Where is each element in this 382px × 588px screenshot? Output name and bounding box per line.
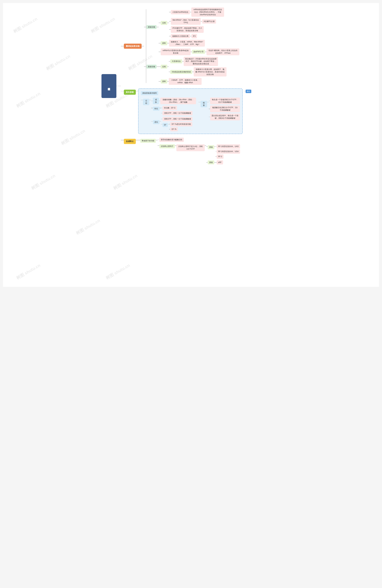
main-bracket-svg: [116, 7, 121, 165]
transloc-item-1: 转位酶：EF-G: [161, 106, 177, 110]
erf-node: eRF: [217, 160, 223, 165]
entry-branch: 进位: [151, 117, 192, 131]
level1-elongation-node: 延长肽链: [124, 90, 136, 95]
euk-48s: mRNA与小亚基结合形成48s起始复合物 由eIF4F介导 结合5'-帽结构，结…: [159, 48, 239, 55]
process-node-2: 过程: [161, 65, 167, 69]
energy-node-2: 氨基酸活化消耗1分子GTP、2分子高能磷酸键: [210, 105, 240, 112]
proc-detail-1: mRNA的起始密码子前有核糖体结合位点（RBS序列/S-D序列），可被16srR…: [191, 7, 224, 17]
translocation-branch: 转位 转位酶：EF-G: [151, 106, 192, 115]
same-label: 真核原核基本相同: [141, 91, 158, 95]
elongation-dashed-box: 真核原核基本相同 过程: [138, 88, 243, 134]
transloc-node-2: 消耗GTP，消耗一分子高能磷酸键: [163, 111, 192, 115]
euk-large-sub: 过程 大亚基结合: [159, 57, 227, 77]
ef-node: EF: [163, 123, 168, 127]
48s-node: mRNA与小亚基结合形成48s起始复合物: [161, 48, 191, 55]
large-sub-item: 大亚基结合 复合物从5'→3'扫描mRNA并定位起始密码子，随后GTP水解，起始…: [169, 57, 227, 66]
section-termination: 合成终止 释放因子的功能: [121, 138, 240, 165]
init-bracket-svg: [144, 7, 146, 85]
guide-node: 由eIF4F介导: [192, 50, 205, 54]
ef-tu-item: EF-Tu进位时有校读功能: [169, 122, 192, 126]
eukaryote-release-node: 真核: [208, 160, 214, 165]
release-factor-node: 释放因子的功能: [140, 139, 156, 143]
guide-detail: 结合5'-帽结构，结合小亚基上结合的起始因子、ATPase: [207, 48, 239, 55]
proc-detail-4: IF3: [191, 34, 197, 38]
level1-termination-node: 合成终止: [124, 139, 136, 144]
proc-detail-2: A位被IF1占据: [202, 19, 216, 24]
energy-branch: 能量 每生成一个肽键消耗2分子GTP、2分子高能磷酸键: [198, 98, 240, 120]
summary-node: 概括: [246, 90, 251, 93]
erf-item: eRF: [215, 160, 223, 165]
level1-translation-node: 翻译起始复合物: [124, 44, 142, 49]
proc-node-3: IF2水解GTP，使起始因子释放，大小亚基结合，形成起始复合物: [171, 26, 204, 33]
ef-ts-node: EF-Ts: [170, 127, 178, 131]
large-sub-process: 复合物从5'→3'扫描mRNA并定位起始密码子，随后GTP水解，起始因子释放，翻…: [184, 57, 218, 66]
induce-item: 诱导转肽酶转变为酯酶活性: [158, 138, 184, 142]
root-node: 肽链合成过程: [101, 74, 116, 98]
energy-item-1: 每生成一个肽键消耗2分子GTP、2分子高能磷酸键: [209, 98, 240, 105]
transloc-node-1: 转位酶：EF-G: [163, 106, 177, 110]
energy-node-1: 每生成一个肽键消耗2分子GTP、2分子高能磷酸键: [210, 98, 240, 105]
pre43s-item: 43s前起始复合物的形成 核糖体大小亚基分离，起始因子、氨酰-tRNA与小亚基结…: [169, 67, 227, 77]
pre43s-detail: 核糖体大小亚基分离，起始因子、氨酰-tRNA与小亚基结合，形成43s前起始复合物: [194, 67, 227, 77]
elong-process-node: 过程: [143, 99, 150, 105]
section-translation-init: 翻译起始复合物: [121, 7, 239, 85]
proc-item-4: 核糖体大小亚基分离 IF3: [169, 34, 197, 38]
raw-detail-2: 六种eIF、GTP、核糖体大小亚基、mRNA、氨酰-tRNA: [169, 78, 202, 85]
energy-item-3: 蛋白质合成过程中，每生成一个肽键，消耗4分子高能磷酸键: [209, 114, 240, 120]
rf2-item: RF-2特异识别UAA、UGA: [215, 149, 240, 154]
recognize-node: 识别终止密码子: [159, 144, 175, 148]
prokaryote-release-node: 原核: [208, 145, 214, 149]
prokaryote-process: 过程 小亚基与mRNA结合: [159, 7, 224, 38]
recognize-item: 识别终止密码子 识别终止密码子进入A位，消耗1分子GTP: [158, 143, 240, 165]
prokaryote-node: 原核生物: [146, 25, 156, 29]
section-elongation: 延长肽链 真核原核基本相同: [121, 88, 251, 134]
entry-node: 进位: [153, 120, 159, 124]
peptide-branch: 成肽 肽酰转移酶（真核：28s rRNA；原核：23s rRNA），属于核酶: [151, 98, 196, 105]
rf1-node: RF-1特异识别UAA、UAG: [217, 144, 240, 149]
raw-detail-1: 核糖体大、小亚基、mRNA、fMet-tRNA^（fMet）、三种IF、GTP、…: [169, 40, 205, 47]
raw-node-2: 原料: [161, 80, 167, 84]
pf3-node: PF-3: [217, 154, 224, 159]
ef-branch: EF EF-Tu进位时有校读功能: [161, 122, 192, 131]
prokaryote-inner-svg: [159, 7, 161, 47]
ef-tu-node: EF-Tu进位时有校读功能: [170, 122, 192, 126]
raw-node-1: 原料: [161, 41, 167, 45]
summary-branch: 概括: [244, 90, 251, 93]
energy-node-3: 蛋白质合成过程中，每生成一个肽键，消耗4分子高能磷酸键: [210, 114, 240, 120]
eukaryote-release: 真核 eRF: [206, 160, 223, 165]
rf1-item: RF-1特异识别UAA、UAG: [215, 144, 240, 149]
prokaryote-raw: 原料 核糖体大、小亚基、mRNA、fMet-tRNA^（fMet）、三种IF、G…: [159, 40, 205, 47]
proc-item-2: Met-tRNAi^（Met）与小亚基结合于P位 A位被IF1占据: [169, 18, 216, 25]
induce-node: 诱导转肽酶转变为酯酶活性: [159, 138, 184, 142]
peptide-node: 成肽: [153, 98, 159, 104]
proc-node-1: 小亚基与mRNA结合: [171, 10, 190, 14]
pre43s-node: 43s前起始复合物的形成: [170, 70, 192, 74]
rf2-node: RF-2特异识别UAA、UGA: [217, 149, 240, 154]
energy-item-2: 氨基酸活化消耗1分子GTP、2分子高能磷酸键: [209, 105, 240, 112]
eukaryote-raw: 原料 六种eIF、GTP、核糖体大小亚基、mRNA、氨酰-tRNA: [159, 78, 202, 85]
peptide-detail: 肽酰转移酶（真核：28s rRNA；原核：23s rRNA），属于核酶: [160, 98, 196, 105]
transloc-item-2: 消耗GTP，消耗一分子高能磷酸键: [161, 111, 192, 115]
mind-map-container: 肽链合成过程: [101, 7, 281, 165]
large-sub-node: 大亚基结合: [170, 59, 182, 63]
ef-ts-item: EF-Ts: [169, 127, 178, 131]
recognize-detail: 识别终止密码子进入A位，消耗1分子GTP: [176, 144, 205, 151]
proc-item-3: IF2水解GTP，使起始因子释放，大小亚基结合，形成起始复合物: [169, 26, 204, 33]
process-node-1: 过程: [161, 21, 167, 25]
eukaryote-node: 真核生物: [146, 65, 156, 69]
page-wrapper: 肽链合成过程: [3, 3, 379, 287]
proc-item-1: 小亚基与mRNA结合 mRNA的起始密码子前有核糖体结合位点（RBS序列/S-D…: [169, 7, 224, 17]
entry-item-1: 消耗GTP，消耗一分子高能磷酸键: [161, 117, 192, 121]
prokaryote-release: 原核 RF-1特异识别UAA、UAG: [206, 144, 240, 159]
entry-node-1: 消耗GTP，消耗一分子高能磷酸键: [163, 117, 192, 121]
translocation-node: 转位: [153, 107, 159, 111]
energy-node: 能量: [201, 101, 207, 107]
eukaryote-branch: 真核生物 mRNA与小亚基结合形成48s起始复合物: [144, 48, 239, 85]
proc-node-4: 核糖体大小亚基分离: [171, 34, 190, 38]
pf3-item: PF-3: [215, 154, 224, 159]
prokaryote-branch: 原核生物: [144, 7, 224, 47]
proc-node-2: Met-tRNAi^（Met）与小亚基结合于P位: [171, 18, 201, 25]
